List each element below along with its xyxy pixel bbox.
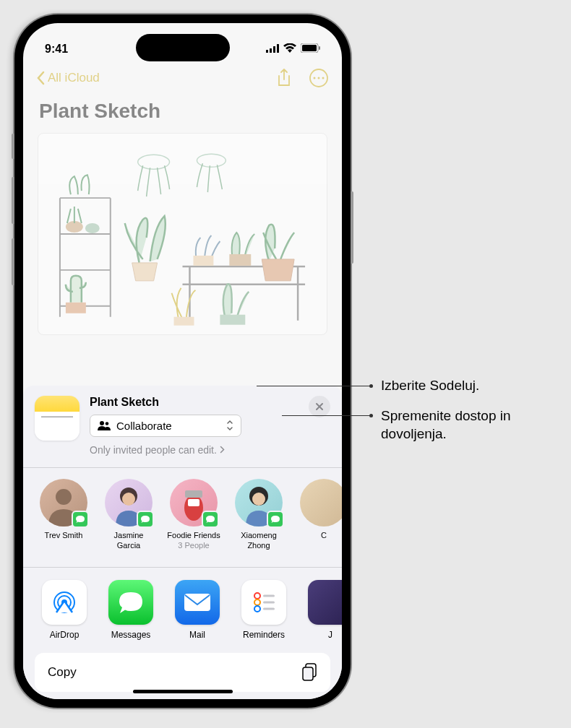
copy-action[interactable]: Copy (35, 653, 330, 692)
contact-item[interactable]: C (296, 479, 342, 551)
status-time: 9:41 (45, 43, 68, 56)
contact-name: Jasmine Garcia (101, 531, 156, 551)
app-reminders[interactable]: Reminders (239, 580, 289, 640)
contact-item[interactable]: Jasmine Garcia (101, 479, 156, 551)
actions-list: Copy (35, 653, 330, 692)
apps-row[interactable]: AirDrop Messages Mail (23, 567, 342, 653)
messages-badge-icon (267, 511, 284, 528)
contact-item[interactable]: Trev Smith (36, 479, 91, 551)
svg-rect-6 (319, 46, 320, 50)
volume-up (12, 177, 14, 224)
svg-point-36 (254, 606, 260, 612)
svg-rect-27 (188, 499, 199, 506)
svg-rect-5 (302, 45, 317, 51)
app-label: Reminders (243, 630, 285, 640)
mail-icon (175, 580, 220, 625)
airdrop-icon (42, 580, 87, 625)
svg-point-9 (318, 77, 320, 79)
app-label: AirDrop (50, 630, 80, 640)
notes-app-icon (35, 396, 80, 441)
permission-text: Only invited people can edit. (90, 444, 217, 456)
copy-icon (301, 663, 317, 682)
chevron-left-icon (36, 71, 45, 85)
contact-name: Trev Smith (45, 531, 83, 541)
contact-item[interactable]: Xiaomeng Zhong (231, 479, 286, 551)
silent-switch (12, 134, 14, 159)
svg-rect-17 (229, 254, 251, 266)
contact-name: Xiaomeng Zhong (231, 531, 286, 551)
svg-point-15 (197, 154, 226, 167)
phone-frame: 9:41 All iCloud (14, 14, 351, 708)
collaborate-label: Collaborate (116, 420, 172, 432)
share-button[interactable] (274, 68, 294, 88)
svg-rect-3 (277, 44, 279, 53)
contact-name: C (321, 531, 327, 541)
svg-rect-0 (266, 50, 268, 53)
share-sheet: Plant Sketch Collaborate Only invited pe… (23, 386, 342, 700)
svg-rect-39 (263, 608, 275, 610)
cellular-icon (266, 43, 279, 56)
x-icon (315, 402, 324, 411)
chevron-right-icon (220, 446, 225, 454)
svg-point-24 (122, 493, 135, 506)
svg-rect-13 (66, 303, 86, 313)
svg-rect-2 (273, 46, 275, 53)
share-icon (277, 69, 291, 87)
svg-point-25 (184, 495, 203, 521)
app-label: J (328, 630, 332, 640)
contacts-row[interactable]: Trev Smith Jasmine Garcia (23, 467, 342, 563)
app-item[interactable]: J (305, 580, 342, 640)
back-button[interactable]: All iCloud (36, 71, 100, 85)
messages-badge-icon (137, 511, 154, 528)
battery-icon (301, 43, 320, 56)
back-label: All iCloud (48, 71, 100, 85)
svg-point-34 (254, 593, 260, 599)
svg-point-21 (106, 422, 109, 425)
svg-rect-19 (220, 315, 245, 325)
power-button (351, 191, 353, 264)
annotation-1: Izberite Sodeluj. (381, 377, 479, 395)
close-button[interactable] (309, 396, 330, 417)
app-icon (308, 580, 342, 625)
annotation-2: Spremenite dostop in dovoljenja. (381, 407, 557, 443)
collaborate-selector[interactable]: Collaborate (90, 415, 241, 437)
svg-rect-1 (270, 48, 272, 53)
reminders-icon (241, 580, 286, 625)
avatar (300, 479, 342, 526)
svg-point-10 (322, 77, 325, 79)
nav-bar: All iCloud (23, 62, 342, 94)
svg-point-8 (314, 77, 316, 79)
app-airdrop[interactable]: AirDrop (39, 580, 90, 640)
permission-settings[interactable]: Only invited people can edit. (90, 444, 299, 456)
svg-rect-37 (263, 595, 275, 597)
svg-point-20 (100, 421, 104, 425)
more-button[interactable] (309, 68, 329, 88)
svg-rect-26 (185, 490, 202, 498)
svg-rect-18 (174, 317, 194, 326)
app-label: Mail (189, 630, 205, 640)
svg-point-35 (254, 599, 260, 605)
contact-sub: 3 People (178, 541, 209, 550)
svg-rect-41 (303, 667, 313, 680)
app-label: Messages (111, 630, 151, 640)
home-indicator[interactable] (133, 690, 233, 693)
dynamic-island (136, 34, 230, 61)
share-title: Plant Sketch (90, 396, 299, 409)
app-messages[interactable]: Messages (106, 580, 156, 640)
ellipsis-icon (309, 69, 328, 87)
svg-rect-33 (184, 594, 210, 611)
copy-label: Copy (48, 665, 77, 680)
svg-point-29 (252, 493, 265, 506)
messages-icon (108, 580, 153, 625)
svg-point-12 (85, 223, 100, 233)
svg-rect-38 (263, 602, 275, 604)
app-mail[interactable]: Mail (172, 580, 223, 640)
svg-point-22 (56, 489, 72, 505)
note-title: Plant Sketch (23, 94, 342, 133)
contact-item[interactable]: Foodie Friends 3 People (166, 479, 221, 551)
wifi-icon (283, 43, 296, 56)
note-sketch (38, 133, 327, 335)
volume-down (12, 238, 14, 285)
svg-rect-16 (193, 256, 213, 266)
updown-icon (226, 420, 233, 431)
